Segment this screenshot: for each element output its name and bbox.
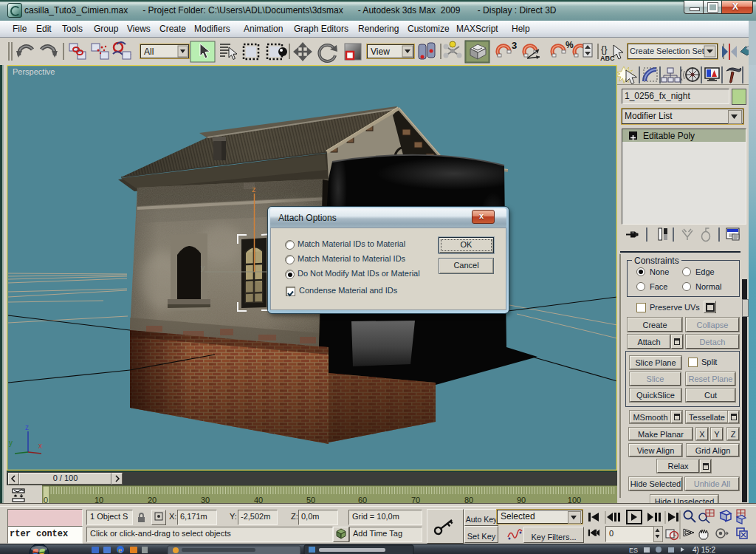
svg-text:z: z [252,185,256,194]
svg-text:All: All [144,47,154,57]
svg-text:ABC: ABC [600,55,615,62]
svg-text:3: 3 [512,40,517,51]
svg-text:%: % [566,40,574,50]
svg-text:z: z [25,423,29,431]
svg-text:y: y [9,439,13,447]
svg-text:ES: ES [629,547,638,554]
svg-text:4) 15:2: 4) 15:2 [693,546,716,554]
svg-text:{}: {} [601,44,608,55]
svg-text:View: View [371,47,390,57]
svg-text:y: y [201,263,205,272]
svg-text:e: e [118,547,122,554]
svg-text:x: x [38,442,42,450]
svg-text:Create Selection Set: Create Selection Set [630,47,704,55]
svg-text:Perspective: Perspective [13,67,55,76]
